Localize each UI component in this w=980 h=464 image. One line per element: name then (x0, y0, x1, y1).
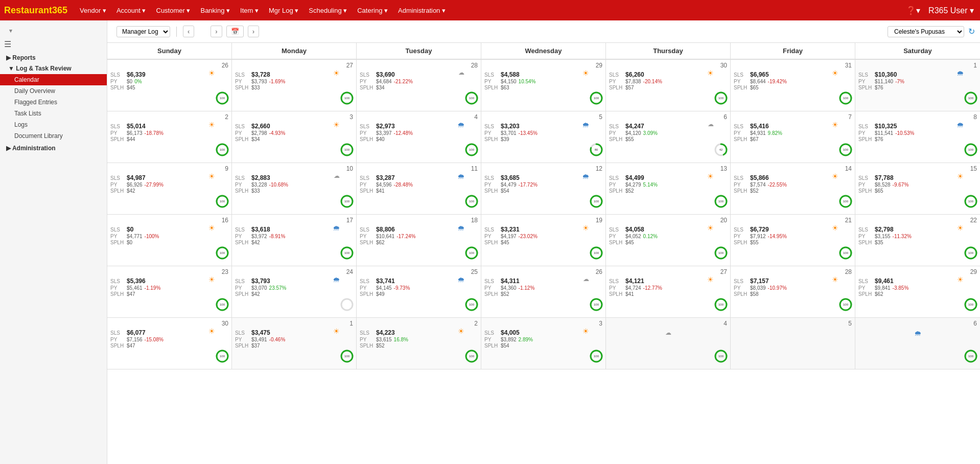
nav-banking[interactable]: Banking ▾ (196, 5, 234, 16)
cal-cell-5-1[interactable]: 1 SLS $3,475 PY $3,491 -0.46% SPLH $37 (232, 318, 357, 369)
cal-cell-2-0[interactable]: 9 SLS $4,987 PY $6,926 -27.99% SPLH $42 (107, 163, 232, 214)
sls-label: SLS (484, 175, 499, 181)
py-row: PY $11,140 -7% (858, 79, 977, 84)
reports-expand-icon[interactable]: ▶ (6, 54, 11, 61)
circle-progress: 100 (215, 349, 229, 365)
help-icon[interactable]: ❓▾ (904, 4, 922, 17)
cal-cell-2-5[interactable]: 14 SLS $5,866 PY $7,574 -22.55% SPLH $52 (731, 163, 855, 214)
sls-label: SLS (734, 72, 748, 78)
main-layout: ▾ ☰ ▶ Reports ▼ Log & Task Review Calend… (0, 20, 980, 464)
cal-cell-3-1[interactable]: 17 SLS $3,618 PY $3,972 -8.91% SPLH $42 (232, 215, 357, 266)
nav-item[interactable]: Item ▾ (236, 5, 263, 16)
cal-cell-4-1[interactable]: 24 SLS $3,793 PY $3,070 23.57% SPLH $42 (232, 266, 357, 317)
cal-cell-1-2[interactable]: 4 SLS $2,973 PY $3,397 -12.48% SPLH $40 (357, 111, 481, 163)
sun-icon: ☀ (832, 224, 838, 232)
sidebar-item-flagged-entries[interactable]: Flagged Entries (0, 97, 107, 108)
refresh-icon[interactable]: ↻ (968, 27, 975, 36)
cal-cell-2-3[interactable]: 12 SLS $3,685 PY $4,479 -17.72% SPLH $54 (481, 163, 606, 214)
cal-cell-1-3[interactable]: 5 SLS $3,203 PY $3,701 -13.45% SPLH $39 (481, 111, 606, 163)
sidebar-item-document-library[interactable]: Document Library (0, 130, 107, 142)
cal-cell-3-3[interactable]: 19 SLS $3,231 PY $4,197 -23.02% SPLH $45 (481, 215, 606, 266)
cal-cell-1-4[interactable]: 6 SLS $4,247 PY $4,120 3.09% SPLH $55 (606, 111, 731, 163)
log-task-review[interactable]: ▼ Log & Task Review (0, 63, 107, 74)
cal-cell-1-5[interactable]: 7 SLS $5,416 PY $4,931 9.82% SPLH $67 (731, 111, 855, 163)
calendar-button[interactable]: 📅 (226, 26, 244, 37)
cal-cell-1-6[interactable]: 8 SLS $10,325 PY $11,541 -10.53% SPLH $7… (855, 111, 980, 163)
administration-expand-icon[interactable]: ▶ (6, 145, 11, 152)
cal-cell-2-6[interactable]: 15 SLS $7,788 PY $8,528 -9.67% SPLH $65 (855, 163, 980, 214)
cal-cell-4-3[interactable]: 26 SLS $4,311 PY $4,360 -1.12% SPLH $52 (481, 266, 606, 317)
cal-cell-2-4[interactable]: 13 SLS $4,499 PY $4,279 5.14% SPLH $52 (606, 163, 731, 214)
cal-cell-4-5[interactable]: 28 SLS $7,157 PY $8,039 -10.97% SPLH $58 (731, 266, 855, 317)
cal-cell-5-4[interactable]: 4☁ 100 (606, 318, 731, 369)
cal-cell-0-6[interactable]: 1 SLS $10,360 PY $11,140 -7% SPLH $76 (855, 60, 980, 111)
cal-cell-3-5[interactable]: 21 SLS $6,729 PY $7,912 -14.95% SPLH $55 (731, 215, 855, 266)
cal-cell-4-4[interactable]: 27 SLS $4,121 PY $4,724 -12.77% SPLH $41 (606, 266, 731, 317)
nav-customer[interactable]: Customer ▾ (152, 5, 195, 16)
nav-account[interactable]: Account ▾ (112, 5, 150, 16)
nav-scheduling[interactable]: Scheduling ▾ (305, 5, 351, 16)
cal-cell-3-4[interactable]: 20 SLS $4,058 PY $4,052 0.12% SPLH $45 (606, 215, 731, 266)
cal-cell-4-0[interactable]: 23 SLS $5,396 PY $5,461 -1.19% SPLH $47 (107, 266, 232, 317)
cal-cell-0-3[interactable]: 29 SLS $4,588 PY $4,150 10.54% SPLH $63 (481, 60, 606, 111)
cal-cell-0-0[interactable]: 26 SLS $6,339 PY $0 0% SPLH $45 (107, 60, 232, 111)
storm-icon: 🌧 (956, 121, 964, 129)
cal-cell-0-5[interactable]: 31 SLS $6,965 PY $8,644 -19.42% SPLH $65 (731, 60, 855, 111)
nav-mgrlog[interactable]: Mgr Log ▾ (265, 5, 302, 16)
cal-cell-3-0[interactable]: 16 SLS $0 PY $4,771 -100% SPLH $0 (107, 215, 232, 266)
splh-row: SPLH $42 (235, 240, 353, 245)
cal-cell-4-2[interactable]: 25 SLS $3,741 PY $4,145 -9.73% SPLH $49 (357, 266, 481, 317)
cal-cell-2-1[interactable]: 10 SLS $2,883 PY $3,228 -10.68% SPLH $33 (232, 163, 357, 214)
sidebar-item-daily-overview[interactable]: Daily Overview (0, 85, 107, 97)
cal-cell-0-4[interactable]: 30 SLS $6,260 PY $7,838 -20.14% SPLH $57 (606, 60, 731, 111)
nav-catering[interactable]: Catering ▾ (353, 5, 392, 16)
hamburger-icon[interactable]: ☰ (4, 39, 11, 49)
sls-label: SLS (484, 279, 499, 284)
app-logo[interactable]: Restaurant365 (4, 5, 67, 16)
splh-label: SPLH (858, 85, 873, 90)
nav-administration[interactable]: Administration ▾ (394, 5, 450, 16)
splh-row: SPLH $33 (235, 85, 353, 90)
circle-progress: 42 (714, 143, 728, 158)
cal-cell-5-5[interactable]: 5 (731, 318, 855, 369)
prev-button[interactable]: ‹ (183, 26, 194, 37)
nav-vendor[interactable]: Vendor ▾ (76, 5, 110, 16)
cal-cell-1-0[interactable]: 2 SLS $5,014 PY $6,173 -18.78% SPLH $44 (107, 111, 232, 163)
icon-row: ☁ (583, 275, 589, 283)
view-selector[interactable]: Manager Log (116, 26, 170, 37)
sun-icon: ☀ (208, 69, 215, 77)
cal-cell-4-6[interactable]: 29 SLS $9,461 PY $9,841 -3.85% SPLH $62 (855, 266, 980, 317)
cal-cell-5-6[interactable]: 6🌧 100 (855, 318, 980, 369)
administration-label: Administration (12, 145, 56, 152)
cal-cell-5-3[interactable]: 3 SLS $4,005 PY $3,892 2.89% SPLH $54 (481, 318, 606, 369)
py-value: $6,173 (127, 130, 143, 136)
cal-cell-0-1[interactable]: 27 SLS $3,728 PY $3,793 -1.69% SPLH $33 (232, 60, 357, 111)
py-row: PY $3,155 -11.32% (858, 234, 977, 239)
cal-cell-0-2[interactable]: 28 SLS $3,690 PY $4,684 -21.22% SPLH $34 (357, 60, 481, 111)
location-selector[interactable]: Celeste's Pupusas (888, 26, 964, 37)
icon-row: ☁ (609, 329, 727, 336)
splh-label: SPLH (858, 291, 873, 297)
cal-cell-5-2[interactable]: 2 SLS $4,223 PY $3,615 16.8% SPLH $52 (357, 318, 481, 369)
splh-row: SPLH $45 (609, 240, 727, 245)
sidebar-item-calendar[interactable]: Calendar (0, 74, 107, 85)
icon-row: ☀ (582, 327, 589, 335)
forward-button[interactable]: › (248, 26, 259, 37)
sls-value: $4,005 (501, 329, 520, 336)
splh-value: $41 (376, 188, 385, 194)
next-button[interactable]: › (211, 26, 222, 37)
cal-cell-3-6[interactable]: 22 SLS $2,798 PY $3,155 -11.32% SPLH $35 (855, 215, 980, 266)
circle-progress: 100 (464, 194, 479, 210)
cal-cell-3-2[interactable]: 18 SLS $8,806 PY $10,641 -17.24% SPLH $6… (357, 215, 481, 266)
py-value: $6,926 (127, 182, 143, 188)
sls-label: SLS (858, 279, 873, 284)
manager-log-header[interactable]: ▾ (0, 25, 107, 37)
user-menu[interactable]: R365 User ▾ (926, 4, 976, 17)
sidebar-item-task-lists[interactable]: Task Lists (0, 108, 107, 119)
cal-cell-5-0[interactable]: 30 SLS $6,077 PY $7,156 -15.08% SPLH $47 (107, 318, 232, 369)
cal-cell-2-2[interactable]: 11 SLS $3,287 PY $4,596 -28.48% SPLH $41 (357, 163, 481, 214)
py-value: $4,120 (625, 130, 641, 136)
py-row: PY $7,838 -20.14% (609, 79, 727, 84)
sidebar-item-logs[interactable]: Logs (0, 119, 107, 130)
cal-cell-1-1[interactable]: 3 SLS $2,660 PY $2,798 -4.93% SPLH $34 (232, 111, 357, 163)
